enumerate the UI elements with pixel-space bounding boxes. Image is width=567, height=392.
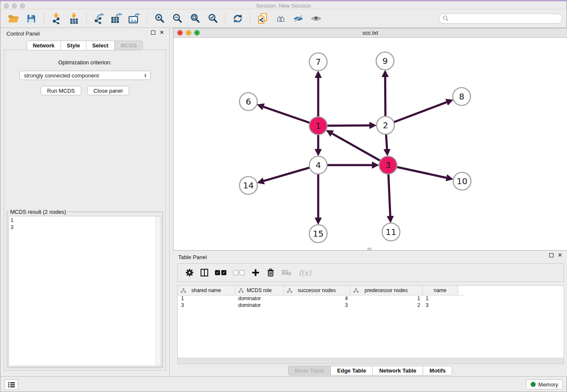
- add-column-button[interactable]: [251, 268, 260, 277]
- result-scrollbar[interactable]: [155, 216, 161, 366]
- cell-successor-nodes[interactable]: 3: [284, 302, 350, 309]
- column-header-shared-name[interactable]: shared name: [178, 286, 235, 295]
- import-table-button[interactable]: [67, 11, 81, 26]
- svg-text:2: 2: [383, 120, 388, 130]
- save-session-button[interactable]: [24, 11, 39, 26]
- cell-name[interactable]: 3: [422, 302, 458, 309]
- graph-node-7[interactable]: 7: [309, 53, 327, 71]
- close-table-panel-icon[interactable]: ✕: [558, 253, 562, 257]
- deselect-all-button[interactable]: [233, 270, 245, 275]
- tab-mcds[interactable]: MCDS: [114, 41, 143, 50]
- selected-option-label: strongly connected component: [24, 72, 99, 79]
- graph-node-10[interactable]: 10: [453, 172, 471, 190]
- memory-button[interactable]: Memory: [526, 379, 563, 389]
- column-layout-button[interactable]: [201, 269, 208, 276]
- column-header-name[interactable]: name: [422, 286, 458, 295]
- task-history-button[interactable]: [5, 379, 18, 390]
- optimization-criterion-label: Optimization criterion:: [4, 59, 165, 66]
- cell-predecessor-nodes[interactable]: 2: [350, 302, 422, 309]
- tab-node-table[interactable]: Node Table: [288, 366, 330, 375]
- graph-edge-2-8[interactable]: [385, 102, 446, 125]
- search-icon: [443, 15, 449, 22]
- list-icon: [7, 381, 16, 389]
- graph-node-15[interactable]: 15: [309, 225, 327, 243]
- delete-column-button[interactable]: [267, 268, 275, 277]
- toolbar-separator: [225, 12, 226, 25]
- zoom-in-button[interactable]: [152, 11, 167, 26]
- table-panel-tabs: Node TableEdge TableNetwork TableMotifs: [173, 366, 567, 375]
- table-horizontal-scrollbar[interactable]: [178, 358, 564, 364]
- tab-select[interactable]: Select: [86, 41, 114, 50]
- cell-MCDS-role[interactable]: dominator: [235, 302, 284, 309]
- column-header-predecessor-nodes[interactable]: predecessor nodes: [350, 286, 422, 295]
- search-input[interactable]: [449, 15, 559, 22]
- optimization-criterion-select[interactable]: strongly connected component ▴▾: [19, 71, 151, 80]
- graph-node-11[interactable]: 11: [382, 223, 400, 241]
- zoom-out-icon: [173, 14, 182, 23]
- zoom-out-button[interactable]: [170, 11, 184, 26]
- export-table-button[interactable]: [110, 11, 124, 26]
- table-row[interactable]: 3dominator323: [178, 302, 465, 309]
- function-builder-button[interactable]: f(x): [298, 268, 311, 277]
- graph-node-6[interactable]: 6: [239, 93, 257, 110]
- tab-style[interactable]: Style: [61, 41, 86, 50]
- graph-node-8[interactable]: 8: [453, 88, 471, 105]
- cell-name[interactable]: 1: [422, 295, 458, 302]
- cell-shared-name[interactable]: 1: [178, 295, 235, 302]
- cell-successor-nodes[interactable]: 4: [284, 295, 350, 302]
- show-all-networks-button[interactable]: ⌂⌂: [273, 11, 288, 26]
- cell-MCDS-role[interactable]: dominator: [235, 295, 284, 302]
- tab-network[interactable]: Network: [27, 41, 61, 50]
- delete-table-button[interactable]: [281, 269, 292, 276]
- network-window-titlebar[interactable]: ✕ − + scc.txt: [173, 28, 567, 38]
- tab-edge-table[interactable]: Edge Table: [330, 366, 372, 375]
- zoom-selected-button[interactable]: [206, 11, 220, 26]
- graph-node-2[interactable]: 2: [377, 116, 394, 134]
- clone-network-button[interactable]: [256, 11, 270, 26]
- mcds-result-area[interactable]: 1 3: [8, 216, 161, 366]
- checked-checkbox-icon: ✓: [215, 270, 220, 275]
- show-selected-button[interactable]: [309, 11, 323, 26]
- column-type-icon: [181, 288, 186, 293]
- graph-node-3[interactable]: 3: [379, 156, 397, 174]
- close-panel-button[interactable]: Close panel: [87, 86, 129, 95]
- network-graph[interactable]: 7968124314101511: [173, 38, 567, 250]
- export-image-button[interactable]: [127, 11, 142, 26]
- column-header-MCDS-role[interactable]: MCDS role: [235, 286, 284, 295]
- graph-node-14[interactable]: 14: [239, 177, 257, 194]
- graph-node-1[interactable]: 1: [309, 117, 327, 135]
- graph-node-4[interactable]: 4: [309, 156, 327, 174]
- network-view-window: ✕ − + scc.txt 7968124314101511: [173, 28, 567, 251]
- gear-icon: [185, 268, 194, 277]
- column-header-successor-nodes[interactable]: successor nodes: [284, 286, 350, 295]
- tab-network-table[interactable]: Network Table: [372, 366, 423, 375]
- close-panel-icon[interactable]: ✕: [160, 30, 164, 35]
- memory-label: Memory: [538, 381, 558, 388]
- plus-icon: [251, 268, 260, 277]
- cell-predecessor-nodes[interactable]: 1: [350, 295, 422, 302]
- open-session-button[interactable]: [6, 11, 21, 26]
- float-panel-icon[interactable]: [151, 30, 155, 35]
- export-network-button[interactable]: [92, 11, 106, 26]
- svg-text:8: 8: [459, 91, 465, 102]
- hide-selected-button[interactable]: [291, 11, 306, 26]
- float-table-panel-icon[interactable]: [549, 253, 553, 257]
- app-titlebar: Session: New Session: [0, 0, 567, 9]
- mcds-result-text: 1 3: [9, 216, 155, 366]
- splitter-handle[interactable]: [367, 248, 372, 250]
- tab-motifs[interactable]: Motifs: [423, 366, 452, 375]
- table-settings-button[interactable]: [185, 268, 194, 277]
- graph-edge-3-1[interactable]: [332, 134, 388, 165]
- select-all-button[interactable]: ✓ ✓: [215, 270, 226, 275]
- import-network-button[interactable]: [49, 11, 63, 26]
- import-network-icon: [51, 13, 62, 24]
- run-mcds-button[interactable]: Run MCDS: [41, 86, 81, 95]
- refresh-button[interactable]: [231, 11, 245, 26]
- cell-shared-name[interactable]: 3: [178, 302, 235, 309]
- graph-node-9[interactable]: 9: [376, 52, 394, 70]
- network-canvas[interactable]: 7968124314101511: [173, 38, 567, 250]
- table-row[interactable]: 1dominator411: [178, 295, 465, 302]
- zoom-fit-button[interactable]: [188, 11, 202, 26]
- control-panel-title: Control Panel: [6, 30, 40, 37]
- clone-network-icon: [257, 13, 268, 25]
